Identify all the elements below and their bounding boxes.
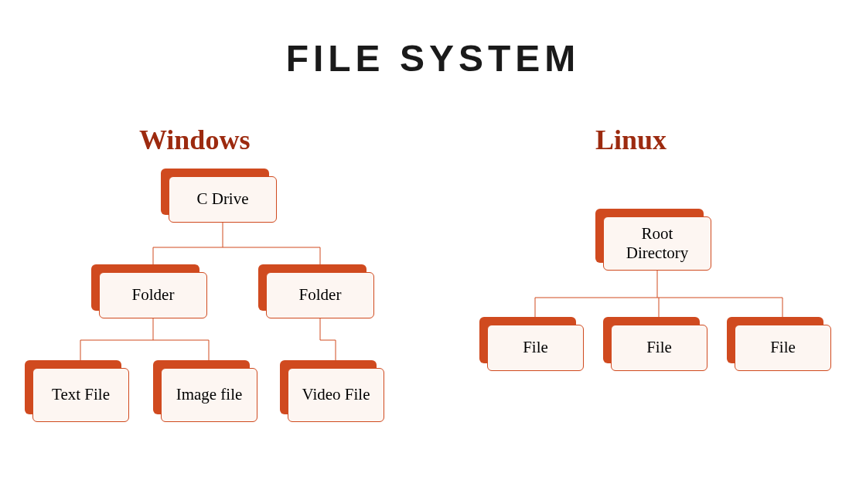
node-c-drive: C Drive	[169, 176, 277, 223]
node-label: Text File	[32, 368, 129, 422]
node-label: File	[735, 325, 831, 371]
node-image-file: Image file	[161, 368, 257, 422]
windows-heading: Windows	[139, 124, 250, 156]
node-label: Image file	[161, 368, 257, 422]
node-label: Video File	[288, 368, 384, 422]
node-label: C Drive	[169, 176, 277, 223]
node-linux-file-2: File	[611, 325, 707, 371]
node-label: File	[611, 325, 707, 371]
node-linux-file-1: File	[487, 325, 584, 371]
node-folder-1: Folder	[99, 272, 207, 318]
node-video-file: Video File	[288, 368, 384, 422]
node-text-file: Text File	[32, 368, 129, 422]
node-label: Folder	[266, 272, 374, 318]
node-label: Folder	[99, 272, 207, 318]
node-folder-2: Folder	[266, 272, 374, 318]
node-linux-file-3: File	[735, 325, 831, 371]
node-root-directory: Root Directory	[603, 216, 711, 271]
linux-heading: Linux	[595, 124, 667, 156]
node-label: File	[487, 325, 584, 371]
node-label: Root Directory	[603, 216, 711, 271]
page-title: FILE SYSTEM	[0, 37, 866, 80]
